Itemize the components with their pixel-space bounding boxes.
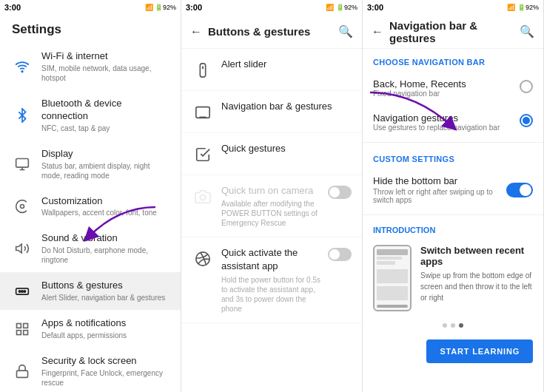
buttons-title: Buttons & gestures [41, 280, 169, 292]
customization-title: Customization [41, 195, 169, 208]
intro-card-title: Switch between recent apps [420, 245, 533, 267]
svg-rect-12 [17, 330, 21, 334]
assistant-icon [192, 248, 214, 270]
start-btn-row: START LEARNING [363, 334, 543, 366]
security-subtitle: Fingerprint, Face Unlock, emergency resc… [41, 368, 169, 388]
middle-back-button[interactable]: ← [190, 25, 202, 38]
middle-header: ← Buttons & gestures 🔍 [181, 15, 362, 49]
right-back-button[interactable]: ← [372, 25, 383, 38]
nav-gestures-subtitle: Use gestures to replace navigation bar [373, 124, 520, 132]
mid-item-assistant[interactable]: Quick activate the assistant app Hold th… [181, 237, 362, 322]
display-icon [12, 154, 33, 175]
divider1 [363, 142, 543, 143]
back-home-radio[interactable] [520, 80, 533, 93]
intro-card: Switch between recent apps Swipe up from… [363, 239, 543, 317]
sidebar-item-wifi[interactable]: Wi-Fi & internet SIM, mobile network, da… [0, 43, 181, 90]
assistant-title: Quick activate the assistant app [221, 246, 322, 273]
nav-gestures-title: Navigation gestures [373, 112, 520, 124]
time-left: 3:00 [4, 3, 21, 12]
svg-point-8 [21, 291, 24, 293]
svg-rect-14 [17, 371, 28, 377]
back-home-subtitle: Fixed navigation bar [373, 89, 520, 98]
middle-panel: 3:00 📶 🔋92% ← Buttons & gestures 🔍 Al [181, 0, 363, 392]
sidebar-item-bluetooth[interactable]: Bluetooth & device connection NFC, cast,… [0, 90, 181, 141]
camera-icon [192, 186, 214, 208]
svg-rect-11 [24, 323, 28, 328]
intro-label: INTRODUCTION [363, 218, 543, 239]
middle-search-button[interactable]: 🔍 [338, 24, 353, 38]
svg-point-4 [21, 205, 24, 209]
quick-gestures-title: Quick gestures [221, 142, 352, 155]
quick-gestures-icon [192, 143, 214, 166]
mid-item-alert[interactable]: Alert slider [181, 49, 362, 91]
security-icon [12, 361, 33, 382]
hide-bottom-subtitle: Throw left or right after swiping up to … [373, 188, 506, 204]
divider2 [363, 214, 543, 215]
svg-point-7 [19, 291, 21, 293]
camera-toggle [328, 186, 352, 199]
alert-slider-title: Alert slider [221, 58, 352, 71]
camera-title: Quick turn on camera [221, 184, 322, 197]
sidebar-item-buttons[interactable]: Buttons & gestures Alert Slider, navigat… [0, 272, 181, 310]
nav-option-gestures[interactable]: Navigation gestures Use gestures to repl… [363, 105, 543, 139]
display-subtitle: Status bar, ambient display, night mode,… [41, 161, 169, 180]
dots-row [363, 317, 543, 334]
apps-icon [12, 319, 33, 339]
sidebar-item-sound[interactable]: Sound & vibration Do Not Disturb, earpho… [0, 225, 181, 272]
hide-bottom-toggle[interactable] [506, 183, 533, 197]
svg-rect-13 [24, 330, 28, 334]
svg-rect-18 [200, 64, 205, 77]
buttons-subtitle: Alert Slider, navigation bar & gestures [41, 293, 169, 303]
phone-preview [373, 245, 412, 311]
navbar-title: Navigation bar & gestures [221, 100, 352, 113]
nav-option-back-home[interactable]: Back, Home, Recents Fixed navigation bar [363, 71, 543, 105]
hide-bottom-row: Hide the bottom bar Throw left or right … [363, 168, 543, 212]
svg-point-9 [24, 291, 26, 293]
buttons-icon [12, 281, 33, 302]
hide-bottom-title: Hide the bottom bar [373, 175, 506, 186]
bluetooth-subtitle: NFC, cast, tap & pay [41, 124, 169, 133]
right-search-button[interactable]: 🔍 [520, 24, 534, 38]
mid-item-navbar[interactable]: Navigation bar & gestures [181, 91, 362, 133]
left-panel: 3:00 📶 🔋92% Settings Wi-Fi & internet SI… [0, 0, 181, 392]
nav-gestures-radio[interactable] [520, 114, 533, 127]
assistant-subtitle: Hold the power button for 0.5s to activa… [221, 275, 322, 314]
right-content: CHOOSE NAVIGATION BAR Back, Home, Recent… [363, 49, 543, 392]
sound-title: Sound & vibration [41, 232, 169, 245]
dot-2 [451, 323, 455, 328]
sound-subtitle: Do Not Disturb, earphone mode, ringtone [41, 246, 169, 265]
wifi-title: Wi-Fi & internet [41, 50, 169, 63]
camera-subtitle: Available after modifying the POWER BUTT… [221, 199, 322, 228]
bluetooth-title: Bluetooth & device connection [41, 98, 169, 123]
wifi-icon [12, 56, 33, 77]
start-learning-button[interactable]: START LEARNING [426, 339, 533, 363]
navbar-icon [192, 101, 214, 124]
status-icons-left: 📶 🔋92% [145, 4, 176, 11]
right-panel: 3:00 📶 🔋92% ← Navigation bar & gestures … [363, 0, 544, 392]
assistant-toggle[interactable] [328, 248, 352, 261]
sidebar-item-display[interactable]: Display Status bar, ambient display, nig… [0, 141, 181, 188]
status-bar-middle: 3:00 📶 🔋92% [181, 0, 362, 15]
middle-title: Buttons & gestures [208, 25, 338, 38]
mid-item-quick[interactable]: Quick gestures [181, 133, 362, 175]
sidebar-item-apps[interactable]: Apps & notifications Default apps, permi… [0, 310, 181, 348]
sidebar-item-customization[interactable]: Customization Wallpapers, accent color, … [0, 188, 181, 226]
intro-card-desc: Swipe up from the bottom edge of screen … [420, 270, 533, 303]
settings-title: Settings [0, 15, 181, 43]
mid-item-camera: Quick turn on camera Available after mod… [181, 175, 362, 237]
svg-rect-10 [17, 323, 21, 328]
svg-rect-1 [16, 158, 29, 167]
dot-3 [459, 323, 463, 328]
time-middle: 3:00 [186, 3, 202, 12]
wifi-subtitle: SIM, mobile network, data usage, hotspot [41, 64, 169, 83]
right-header: ← Navigation bar & gestures 🔍 [363, 15, 543, 49]
custom-settings-label: CUSTOM SETTINGS [363, 146, 543, 168]
sidebar-item-security[interactable]: Security & lock screen Fingerprint, Face… [0, 348, 181, 392]
security-title: Security & lock screen [41, 355, 169, 368]
settings-list: Wi-Fi & internet SIM, mobile network, da… [0, 43, 181, 392]
back-home-title: Back, Home, Recents [373, 78, 520, 89]
alert-slider-icon [192, 59, 214, 81]
svg-marker-5 [16, 245, 22, 254]
right-title: Navigation bar & gestures [389, 19, 520, 44]
bluetooth-icon [12, 105, 33, 126]
